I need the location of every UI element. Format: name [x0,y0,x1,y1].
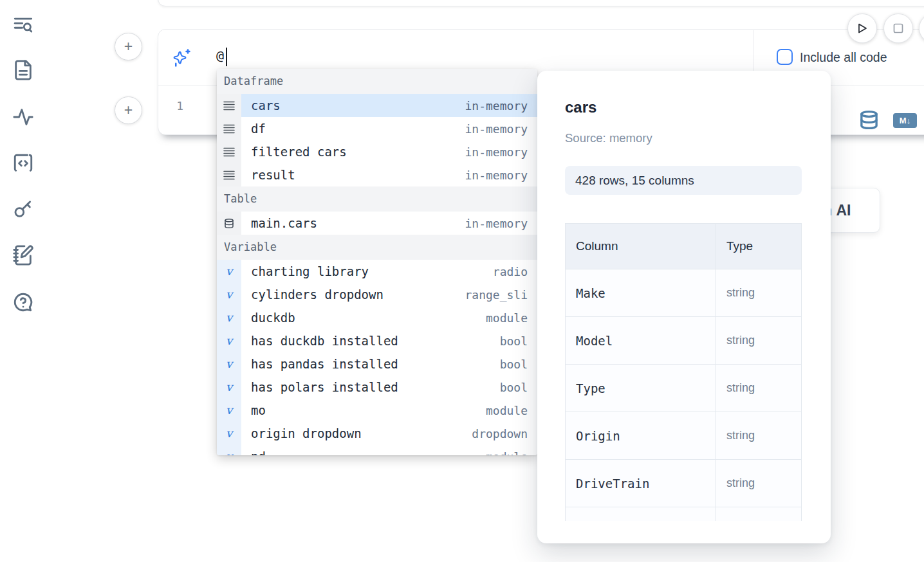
key-icon[interactable] [12,198,34,220]
autocomplete-item-result[interactable]: resultin-memory [217,163,537,186]
help-circle-icon[interactable] [12,291,34,313]
item-type: bool [500,381,528,394]
item-name: pd [251,449,486,455]
autocomplete-section-header: Dataframe [217,69,537,94]
schema-row: Makestring [566,269,802,317]
schema-column-name: Origin [566,412,716,460]
schema-column-name: Type [566,365,716,412]
markdown-icon[interactable]: M↓ [893,113,917,128]
autocomplete-item-df[interactable]: dfin-memory [217,117,537,140]
item-name: cars [251,98,465,113]
item-type: in-memory [465,168,528,182]
preview-schema-table: ColumnTypeMakestringModelstringTypestrin… [565,223,802,521]
autocomplete-item-has_pandas_installed[interactable]: vhas_pandas_installedbool [217,352,537,376]
schema-column-name: Make [566,269,716,317]
item-type: dropdown [472,427,528,440]
item-type: in-memory [465,217,528,230]
variable-icon: v [217,399,241,422]
variable-icon: v [217,445,241,455]
text-search-icon[interactable] [12,14,34,36]
autocomplete-popup: Dataframecarsin-memorydfin-memoryfiltere… [217,69,537,455]
variable-icon: v [217,376,241,399]
schema-column-type: string [716,412,802,460]
item-type: in-memory [465,145,528,159]
item-name: charting_library [251,264,493,278]
rows-icon [217,117,241,140]
ai-prompt-input[interactable]: @ [216,48,224,63]
item-name: has_pandas_installed [251,357,500,371]
schema-column-name: DriveTrain [566,460,716,507]
add-cell-button-bottom[interactable]: + [115,96,142,124]
rows-icon [217,163,241,186]
schema-row: Modelstring [566,317,802,365]
autocomplete-item-pd[interactable]: vpdmodule [217,445,537,455]
autocomplete-item-filtered_cars[interactable]: filtered_carsin-memory [217,140,537,163]
schema-row: DriveTrainstring [566,460,802,507]
autocomplete-item-main.cars[interactable]: main.carsin-memory [217,212,537,235]
item-name: filtered_cars [251,145,465,159]
autocomplete-item-cars[interactable]: carsin-memory [217,94,537,117]
variable-icon: v [217,352,241,376]
autocomplete-item-charting_library[interactable]: vcharting_libraryradio [217,260,537,283]
autocomplete-item-has_duckdb_installed[interactable]: vhas_duckdb_installedbool [217,329,537,352]
database-icon [217,212,241,235]
database-icon[interactable] [859,109,879,131]
preview-source: Source: memory [565,131,652,145]
schema-row: Typestring [566,365,802,412]
variable-icon: v [217,422,241,445]
item-type: module [486,450,528,456]
preview-title: cars [565,98,596,116]
autocomplete-item-origin_dropdown[interactable]: vorigin_dropdowndropdown [217,422,537,445]
schema-column-header: Type [716,224,802,269]
sidebar [0,0,45,562]
variable-icon: v [217,283,241,306]
sparkles-icon [172,48,191,68]
dataframe-preview-panel: cars Source: memory 428 rows, 15 columns… [537,71,831,543]
item-name: has_polars_installed [251,380,500,394]
schema-column-type: string [716,365,802,412]
item-name: origin_dropdown [251,426,472,440]
autocomplete-item-cylinders_dropdown[interactable]: vcylinders_dropdownrange_sli [217,283,537,306]
autocomplete-item-has_polars_installed[interactable]: vhas_polars_installedbool [217,376,537,399]
schema-row-clipped [566,507,802,521]
preview-shape-badge: 428 rows, 15 columns [565,166,802,195]
ai-button-label: AI [836,202,851,219]
item-type: module [486,311,528,325]
autocomplete-section-header: Table [217,186,537,212]
add-cell-button-top[interactable]: + [115,33,142,60]
activity-icon[interactable] [12,106,34,128]
autocomplete-item-mo[interactable]: vmomodule [217,399,537,422]
autocomplete-item-duckdb[interactable]: vduckdbmodule [217,306,537,329]
plus-icon: + [124,38,133,55]
schema-column-type: string [716,460,802,507]
file-text-icon[interactable] [12,59,34,81]
item-type: in-memory [465,99,528,113]
include-all-code-label[interactable]: Include all code [800,50,887,65]
include-all-code-checkbox[interactable] [777,49,793,65]
variable-icon: v [217,329,241,352]
plus-icon: + [124,102,133,119]
item-name: cylinders_dropdown [251,287,465,302]
schema-column-type: string [716,269,802,317]
item-name: main.cars [251,216,465,230]
schema-column-type: string [716,317,802,365]
item-name: duckdb [251,311,486,325]
run-cell-button[interactable] [847,14,877,43]
editor-line-number: 1 [169,99,183,113]
preview-schema-table-wrap: ColumnTypeMakestringModelstringTypestrin… [565,223,802,521]
schema-row: Originstring [566,412,802,460]
variable-icon: v [217,260,241,283]
code-square-icon[interactable] [12,152,34,174]
item-name: mo [251,403,486,417]
previous-cell-fragment [158,0,924,6]
item-type: bool [500,358,528,371]
schema-column-header: Column [566,224,716,269]
variable-icon: v [217,306,241,329]
item-type: range_sli [465,288,528,302]
stop-button[interactable] [883,14,913,43]
item-name: df [251,122,465,136]
item-name: has_duckdb_installed [251,334,500,348]
item-type: bool [500,334,528,348]
item-type: in-memory [465,122,528,136]
notebook-pen-icon[interactable] [12,244,34,266]
